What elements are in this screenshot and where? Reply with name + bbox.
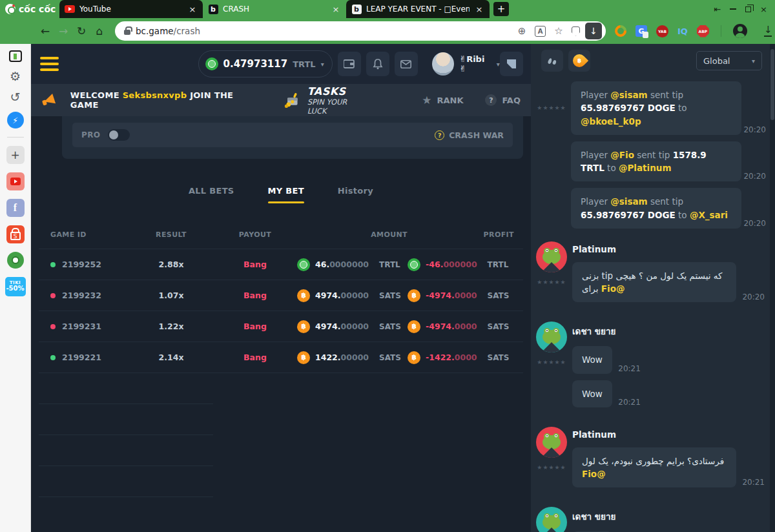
browser-toolbar: ← → ↻ ⌂ bc.game/crash ⊕ A ☆ ↓ G YAB IQ A…: [0, 18, 775, 44]
translate-icon[interactable]: A: [535, 26, 546, 37]
message-bubble: Player @Fio sent tip 1578.9 TRTL to @Pla…: [571, 141, 741, 182]
tab-history[interactable]: History: [338, 186, 373, 203]
chat-user-name: Platinum: [572, 429, 766, 440]
scrollbar-thumb[interactable]: [770, 49, 774, 120]
address-bar[interactable]: bc.game/crash ⊕ A ☆ ↓: [115, 21, 606, 41]
btc-coin-icon: [297, 320, 310, 333]
tab-my-bet[interactable]: MY BET: [268, 186, 304, 203]
pin-window-icon[interactable]: ⇤: [714, 5, 721, 14]
iq-extension-icon[interactable]: IQ: [677, 26, 688, 36]
wallet-button[interactable]: [338, 52, 361, 76]
chat-message-group: ★★★★★ เดชา ขยายWow20:21: [536, 507, 766, 532]
hamburger-menu-icon[interactable]: [40, 57, 59, 71]
url-text[interactable]: bc.game/crash: [136, 26, 509, 36]
chevron-down-icon: ▾: [752, 57, 755, 65]
vip-stars: ★★★★★: [537, 464, 566, 471]
question-mark-icon: ?: [435, 130, 444, 140]
faq-link[interactable]: ? FAQ: [485, 94, 521, 106]
shopee-shortcut-icon[interactable]: S: [6, 225, 25, 243]
rank-star-icon: ★: [422, 94, 431, 107]
pro-bar: PRO ? CRASH WAR: [72, 123, 513, 147]
reload-button[interactable]: ↻: [72, 25, 90, 37]
payout-cell: Bang: [213, 322, 297, 331]
youtube-shortcut-icon[interactable]: [6, 172, 25, 190]
chat-user-avatar[interactable]: [536, 322, 567, 353]
downloads-icon[interactable]: ↓: [764, 25, 772, 37]
close-window-button[interactable]: ×: [760, 5, 767, 14]
tasks-promo[interactable]: TASKS SPIN YOUR LUCK: [284, 85, 360, 116]
chat-user-avatar[interactable]: [536, 507, 567, 532]
rain-feature-button[interactable]: [541, 50, 563, 72]
btc-coin-icon: [297, 289, 310, 302]
btc-coin-icon: [408, 320, 420, 333]
home-button[interactable]: ⌂: [90, 25, 108, 37]
bookmark-star-icon[interactable]: ☆: [551, 25, 566, 37]
user-avatar[interactable]: [432, 52, 454, 76]
user-name[interactable]: ✌Ribi✌: [459, 54, 490, 74]
chat-user-avatar[interactable]: [536, 241, 567, 272]
message-bubble: Wow: [572, 346, 612, 373]
table-row: 2199231 1.22x Bang 4974.00000SATS -4974.…: [39, 311, 523, 342]
minimize-button[interactable]: [730, 8, 736, 10]
tab-close-icon[interactable]: ×: [187, 5, 198, 14]
adblock-plus-extension-icon[interactable]: ABP: [697, 25, 709, 37]
tab-close-icon[interactable]: ×: [474, 5, 484, 14]
sidebar-toggle-icon[interactable]: [9, 50, 22, 62]
extension-donut-icon[interactable]: [612, 23, 628, 39]
add-shortcut-button[interactable]: +: [6, 146, 25, 164]
chat-toggle-button[interactable]: [500, 52, 523, 76]
coccoc-ball-icon[interactable]: [7, 252, 24, 269]
balance-selector[interactable]: 0.47973117 TRTL ▾: [198, 50, 333, 77]
fireball-coin-icon: ฿: [570, 52, 588, 70]
rank-link[interactable]: ★ RANK: [422, 94, 463, 107]
result-cell: 2.88x: [129, 260, 213, 269]
site-main: 0.47973117 TRTL ▾ ✌Ribi✌ ▾: [31, 44, 531, 532]
facebook-shortcut-icon[interactable]: f: [6, 199, 25, 217]
shield-icon[interactable]: [572, 26, 580, 36]
table-row: 2199211 6.14x 4.12x 124.000000SATS 510.0…: [39, 496, 523, 527]
chat-channel-select[interactable]: Global ▾: [696, 51, 762, 70]
crash-war-link[interactable]: ? CRASH WAR: [435, 130, 504, 140]
chat-messages[interactable]: ★★★★★ Player @sisam sent tip 65.98769767…: [531, 77, 775, 532]
tab-leap-year-event[interactable]: b LEAP YEAR EVENT - □Event - C ×: [346, 0, 490, 18]
chat-user-name: เดชา ขยาย: [572, 324, 766, 338]
settings-gear-icon[interactable]: ⚙: [10, 70, 21, 83]
google-translate-extension-icon[interactable]: G: [636, 25, 647, 37]
back-button[interactable]: ←: [36, 25, 54, 37]
result-cell: 1.22x: [129, 322, 213, 331]
tab-all-bets[interactable]: ALL BETS: [189, 186, 234, 203]
trtl-coin-icon: [408, 258, 420, 271]
table-row: 2199213 30.01x 2.40x 381.000000SATS 914.…: [39, 435, 523, 466]
tab-close-icon[interactable]: ×: [331, 5, 341, 14]
pro-toggle[interactable]: [108, 129, 130, 141]
tab-crash[interactable]: b CRASH ×: [203, 0, 346, 18]
btc-coin-icon: [408, 289, 420, 302]
chat-header: ฿ Global ▾: [531, 44, 775, 77]
tiki-sale-badge[interactable]: TIKI-50%: [5, 277, 26, 296]
extensions-area: G YAB IQ ABP ↓: [615, 24, 772, 38]
mail-button[interactable]: [395, 52, 418, 76]
download-progress-button[interactable]: ↓: [585, 23, 602, 39]
chat-scrollbar[interactable]: [770, 44, 775, 532]
history-icon[interactable]: ↺: [10, 91, 21, 103]
restore-button[interactable]: [745, 6, 751, 12]
tab-youtube[interactable]: YouTube ×: [59, 0, 203, 18]
add-shortcut-icon[interactable]: ⊕: [514, 25, 530, 37]
chat-user-avatar[interactable]: [536, 427, 567, 458]
browser-profile-icon[interactable]: [733, 24, 747, 38]
trtl-coin-icon: [297, 258, 310, 271]
new-tab-button[interactable]: +: [493, 2, 509, 16]
forward-button[interactable]: →: [54, 25, 72, 37]
site-header: 0.47973117 TRTL ▾ ✌Ribi✌ ▾: [31, 44, 531, 84]
notifications-bell-button[interactable]: [366, 52, 389, 76]
tip-message: ★★★★★ Player @sisam sent tip 65.98769767…: [536, 81, 766, 135]
coin-drop-button[interactable]: ฿: [568, 50, 590, 72]
payout-cell: Bang: [213, 353, 297, 362]
trtl-coin-icon: [205, 57, 218, 70]
table-row: 2199212 15.39x 2.99x 510.000000SATS 1524…: [39, 466, 523, 496]
message-time: 20:21: [616, 398, 641, 407]
browser-logo: cốc cốc: [0, 0, 59, 18]
messenger-icon[interactable]: ⚡: [7, 112, 24, 128]
pro-label: PRO: [81, 130, 100, 139]
yab-extension-icon[interactable]: YAB: [656, 25, 668, 37]
